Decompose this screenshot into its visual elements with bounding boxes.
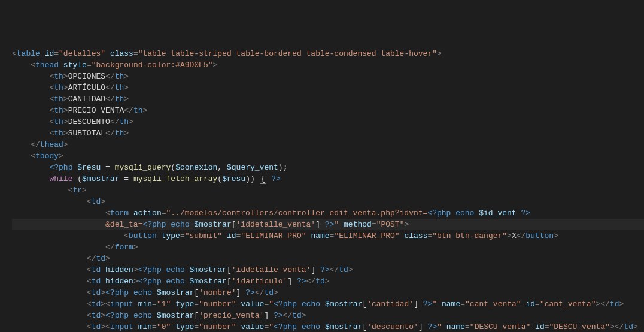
token-attr-value: "cant_venta" [465, 300, 521, 309]
code-line[interactable]: <th>PRECIO VENTA</th> [12, 105, 644, 116]
token-tag-bracket: > [274, 288, 278, 297]
code-line[interactable]: <td><?php echo $mostrar['precio_venta'] … [12, 310, 644, 321]
token-tag-name: td [92, 311, 101, 320]
token-tag-name: td [96, 254, 105, 263]
token-attr-value: "number" [199, 322, 236, 331]
token-tag-bracket: > [129, 117, 133, 126]
token-text [12, 61, 31, 70]
token-text [442, 322, 446, 331]
token-php-var: $id_vent [479, 209, 516, 218]
token-php-tag: <?php [49, 163, 72, 172]
token-php-var: $mostrar [190, 277, 227, 286]
token-php-op: [ [194, 288, 199, 297]
token-tag-bracket: < [87, 277, 92, 286]
code-line[interactable]: <button type="submit" id="ELIMINAR_PRO" … [12, 230, 644, 242]
code-line[interactable]: <tbody> [12, 150, 644, 162]
code-editor[interactable]: <table id="detalles" class="table table-… [12, 48, 644, 332]
token-php-kw2: echo [302, 300, 320, 309]
token-text [12, 220, 105, 229]
token-php-kw2: echo [171, 220, 189, 229]
token-tag-bracket: > [633, 322, 638, 331]
token-attr-name: min [138, 322, 152, 331]
token-php-op: [ [362, 322, 367, 331]
token-php-tag: ?> [274, 311, 283, 320]
token-text [152, 311, 157, 320]
token-tag-bracket: </ [255, 288, 265, 297]
code-line[interactable]: while ($mostrar = mysqli_fetch_array($re… [12, 173, 644, 185]
token-text [255, 174, 260, 183]
token-php-op: = [124, 174, 129, 183]
token-attr-name: hidden [105, 277, 133, 286]
token-tag-name: tr [72, 186, 82, 195]
token-tag-bracket: = [87, 61, 92, 70]
code-line[interactable]: <th>ARTÍCULO</th> [12, 82, 644, 93]
token-php-op: ] [414, 300, 418, 309]
code-line[interactable]: </thead> [12, 139, 644, 150]
token-tag-bracket: </ [283, 311, 293, 320]
token-php-tag: <?php [274, 322, 297, 331]
code-line[interactable]: <form action="../modelos/controllers/con… [12, 207, 644, 219]
token-text [292, 277, 297, 286]
token-text [129, 288, 133, 297]
code-line[interactable]: <table id="detalles" class="table table-… [12, 48, 644, 59]
code-line[interactable]: <td hidden><?php echo $mostrar['iddetall… [12, 264, 644, 276]
token-text: DESCUENTO [68, 117, 110, 126]
token-php-tag: <?php [142, 220, 166, 229]
code-line[interactable]: <?php $resu = mysqli_query($conexion, $q… [12, 162, 644, 173]
token-tag-bracket: = [180, 231, 185, 240]
token-tag-bracket: > [133, 243, 138, 252]
token-attr-value: "0" [157, 322, 171, 331]
code-line[interactable]: <th>DESCUENTO</th> [12, 116, 644, 128]
token-php-tag: <?php [138, 265, 162, 274]
token-php-kw2: echo [166, 277, 185, 286]
token-tag-bracket: > [124, 72, 129, 81]
token-attr-name: type [162, 231, 180, 240]
token-tag-bracket: < [12, 49, 17, 58]
token-text [437, 300, 442, 309]
token-text [12, 117, 49, 126]
code-line[interactable]: <td> [12, 196, 644, 207]
code-line[interactable]: &del_ta=<?php echo $mostrar['iddetalle_v… [12, 219, 644, 230]
token-tag-bracket: = [535, 300, 540, 309]
token-tag-name: th [54, 83, 63, 92]
code-line[interactable]: <th>OPCIONES</th> [12, 71, 644, 82]
code-line[interactable]: <thead style="background-color:#A9D0F5"> [12, 59, 644, 71]
token-tag-name: button [129, 231, 157, 240]
code-line[interactable]: <td hidden><?php echo $mostrar['idarticu… [12, 276, 644, 287]
token-text [418, 300, 423, 309]
code-line[interactable]: <th>SUBTOTAL</th> [12, 128, 644, 139]
token-tag-bracket: > [302, 311, 306, 320]
token-php-kw2: echo [133, 311, 152, 320]
token-tag-bracket: > [325, 277, 330, 286]
token-text: CANTIDAD [68, 95, 105, 104]
token-attr-name: type [175, 322, 194, 331]
code-line[interactable]: <td><input min="0" type="number" value="… [12, 321, 644, 332]
token-tag-name: td [339, 265, 348, 274]
token-text [12, 322, 87, 331]
token-tag-bracket: < [87, 197, 92, 206]
code-line[interactable]: <tr> [12, 185, 644, 196]
token-text [222, 231, 227, 240]
token-text [12, 254, 87, 263]
token-tag-name: th [54, 95, 63, 104]
token-tag-bracket: < [87, 288, 92, 297]
token-attr-name: hidden [105, 265, 133, 274]
code-line[interactable]: <td><?php echo $mostrar['nombre'] ?></td… [12, 287, 644, 298]
token-tag-bracket: > [63, 129, 68, 138]
token-php-tag: ?> [245, 288, 255, 297]
token-attr-name: method [344, 220, 372, 229]
token-tag-bracket: = [162, 209, 166, 218]
code-line[interactable]: </td> [12, 253, 644, 264]
token-php-tag: ?> [320, 265, 330, 274]
token-tag-name: td [92, 288, 101, 297]
token-text [12, 163, 49, 172]
token-text [320, 300, 325, 309]
code-line[interactable]: <td><input min="1" type="number" value="… [12, 298, 644, 310]
token-text [12, 243, 105, 252]
code-line[interactable]: <th>CANTIDAD</th> [12, 93, 644, 105]
code-line[interactable]: </form> [12, 242, 644, 253]
token-attr-name: class [404, 231, 427, 240]
token-text: ARTÍCULO [68, 83, 105, 92]
token-text [129, 174, 133, 183]
token-tag-bracket: </ [87, 254, 96, 263]
